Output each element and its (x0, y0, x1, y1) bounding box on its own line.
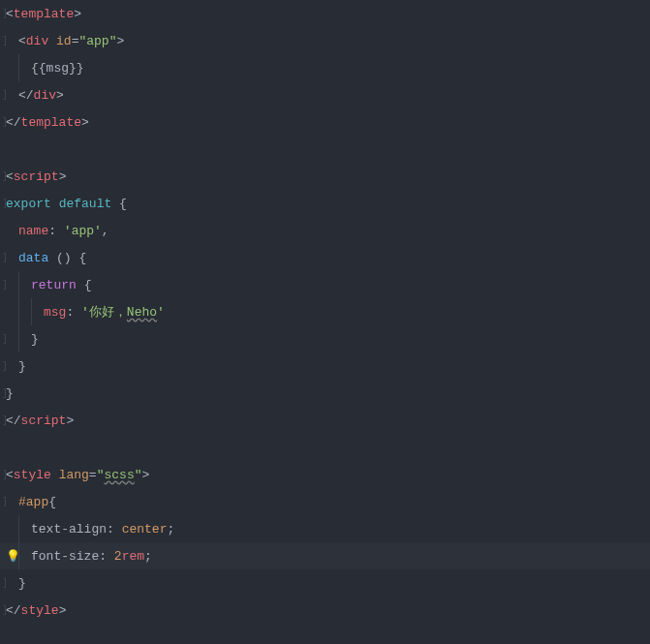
tag-style-close: style (21, 603, 59, 618)
code-line[interactable]: ] </div> (0, 81, 650, 108)
fold-marker-icon: ] (2, 9, 6, 19)
tag-script-close: script (21, 414, 67, 428)
fold-marker-icon: ] (2, 36, 6, 46)
css-prop: text-align (31, 522, 107, 537)
tag-div-close: div (34, 88, 56, 103)
fold-marker-icon: ] (2, 334, 6, 345)
code-line[interactable]: ] } (0, 325, 650, 353)
fold-marker-icon: ] (2, 497, 6, 507)
fold-marker-icon: ] (2, 117, 6, 128)
code-line[interactable]: ] } (0, 353, 650, 380)
attr-lang: lang (59, 468, 89, 482)
code-line[interactable] (0, 136, 650, 163)
code-editor[interactable]: ] <template> ] <div id="app"> {{msg}} ] … (0, 0, 650, 644)
code-line-current[interactable]: 💡font-size: 2rem; (0, 542, 650, 569)
css-unit: rem (122, 549, 144, 564)
code-line[interactable] (0, 434, 650, 461)
fold-marker-icon: ] (2, 253, 6, 263)
code-line[interactable]: ] <style lang="scss"> (0, 461, 650, 488)
prop-name: name (18, 224, 48, 238)
attr-value: "app" (78, 34, 116, 48)
method-data: data (18, 251, 48, 265)
code-line[interactable]: ] return { (0, 271, 650, 298)
lightbulb-icon[interactable]: 💡 (6, 549, 19, 564)
code-line[interactable]: name: 'app', (0, 217, 650, 244)
string-literal: 'app' (64, 224, 102, 238)
fold-marker-icon: ] (2, 361, 6, 372)
attr-value: "scss" (97, 468, 142, 482)
fold-marker-icon: ] (2, 171, 6, 182)
fold-marker-icon: ] (2, 199, 6, 209)
code-line[interactable]: ] } (0, 380, 650, 407)
kw-export: export (6, 197, 51, 211)
fold-marker-icon: ] (2, 605, 6, 616)
fold-marker-icon: ] (2, 280, 6, 291)
code-line[interactable]: msg: '你好，Neho' (0, 298, 650, 325)
fold-marker-icon: ] (2, 90, 6, 101)
code-line[interactable]: ] </template> (0, 108, 650, 136)
code-line[interactable]: ] <div id="app"> (0, 27, 650, 54)
css-selector: #app (18, 495, 48, 509)
fold-marker-icon: ] (2, 388, 6, 399)
fold-marker-icon: ] (2, 578, 6, 589)
code-line[interactable]: ] </style> (0, 597, 650, 624)
fold-marker-icon: ] (2, 415, 6, 426)
tag-template: template (14, 7, 74, 21)
tag-style: style (14, 468, 51, 482)
tag-script: script (14, 169, 59, 184)
mustache-expr: {{msg}} (31, 61, 84, 76)
fold-marker-icon: ] (2, 470, 6, 480)
code-line[interactable]: {{msg}} (0, 54, 650, 81)
code-line[interactable]: ] } (0, 569, 650, 597)
css-prop: font-size (31, 549, 99, 564)
tag-template-close: template (21, 115, 81, 130)
css-number: 2 (114, 549, 122, 564)
tag-div: div (26, 34, 48, 48)
code-line[interactable]: ] <template> (0, 0, 650, 27)
code-line[interactable]: ] #app{ (0, 488, 650, 515)
code-line[interactable]: ] export default { (0, 190, 650, 217)
kw-default: default (59, 197, 112, 211)
code-line[interactable]: ] </script> (0, 407, 650, 434)
code-line[interactable]: ] data () { (0, 244, 650, 271)
css-value: center (122, 522, 168, 537)
kw-return: return (31, 278, 77, 292)
prop-msg: msg (44, 305, 66, 320)
code-line[interactable]: text-align: center; (0, 515, 650, 542)
string-literal: '你好，Neho' (81, 303, 165, 321)
attr-id: id (56, 34, 72, 48)
code-line[interactable]: ] <script> (0, 163, 650, 190)
